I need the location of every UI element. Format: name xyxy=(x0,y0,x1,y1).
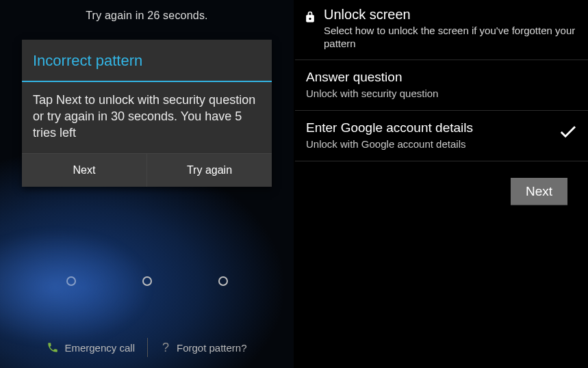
lock-icon xyxy=(303,10,317,27)
option-subtitle: Unlock with Google account details xyxy=(306,138,577,150)
incorrect-pattern-dialog: Incorrect pattern Tap Next to unlock wit… xyxy=(22,40,272,187)
unlock-subtitle: Select how to unlock the screen if you'v… xyxy=(324,24,580,50)
dialog-title: Incorrect pattern xyxy=(22,40,272,81)
unlock-options-panel: Unlock screen Select how to unlock the s… xyxy=(294,0,588,368)
pattern-dot xyxy=(142,276,152,286)
retry-countdown: Try again in 26 seconds. xyxy=(0,0,294,22)
next-button[interactable]: Next xyxy=(511,178,567,205)
dialog-body: Tap Next to unlock with security questio… xyxy=(22,82,272,153)
lockscreen-panel: Try again in 26 seconds. Incorrect patte… xyxy=(0,0,294,368)
forgot-pattern-button[interactable]: ? Forgot pattern? xyxy=(148,337,259,358)
pattern-dot xyxy=(218,276,228,286)
next-button[interactable]: Next xyxy=(22,154,146,187)
unlock-title: Unlock screen xyxy=(324,7,580,23)
forgot-pattern-label: Forgot pattern? xyxy=(177,342,247,354)
question-icon: ? xyxy=(160,341,171,354)
option-subtitle: Unlock with security question xyxy=(306,88,577,99)
option-google-account[interactable]: Enter Google account details Unlock with… xyxy=(295,110,588,161)
svg-text:?: ? xyxy=(162,341,169,354)
option-title: Enter Google account details xyxy=(306,120,577,135)
pattern-dot xyxy=(66,276,76,286)
unlock-header: Unlock screen Select how to unlock the s… xyxy=(295,0,588,60)
phone-icon xyxy=(47,341,59,354)
emergency-call-button[interactable]: Emergency call xyxy=(34,337,147,358)
lockscreen-bottom-bar: Emergency call ? Forgot pattern? xyxy=(0,337,294,358)
emergency-call-label: Emergency call xyxy=(64,342,135,354)
try-again-button[interactable]: Try again xyxy=(146,154,272,187)
option-answer-question[interactable]: Answer question Unlock with security que… xyxy=(295,60,588,110)
pattern-dots-row xyxy=(0,276,294,286)
option-title: Answer question xyxy=(306,70,577,85)
checkmark-icon xyxy=(559,124,577,141)
dialog-button-row: Next Try again xyxy=(22,153,272,187)
